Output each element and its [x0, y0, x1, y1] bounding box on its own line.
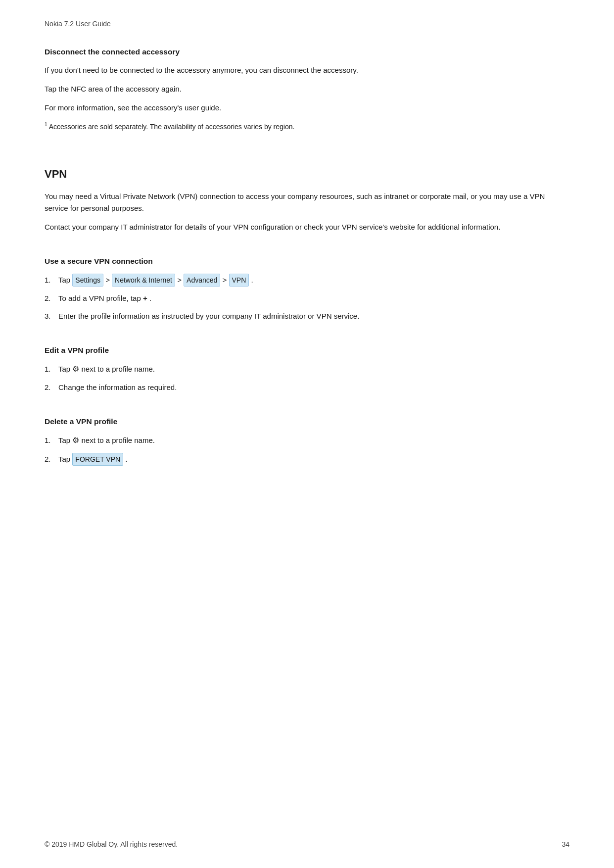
arrow-2: > — [177, 276, 184, 284]
gear-icon-1: ⚙ — [72, 365, 79, 373]
footnote-sup: 1 — [45, 122, 47, 127]
delete-step-2-suffix: . — [125, 455, 127, 463]
vpn-heading: VPN — [45, 168, 569, 181]
delete-step-1-suffix: next to a profile name. — [82, 436, 155, 444]
use-vpn-step-1: 1. Tap Settings > Network & Internet > A… — [45, 274, 569, 287]
settings-badge: Settings — [72, 274, 103, 287]
step-number-3: 3. — [45, 310, 58, 322]
delete-step-1-prefix: Tap — [58, 436, 70, 444]
delete-step-1-content: Tap ⚙ next to a profile name. — [58, 434, 569, 447]
forget-vpn-badge: FORGET VPN — [72, 453, 123, 466]
use-vpn-step-2: 2. To add a VPN profile, tap + . — [45, 292, 569, 304]
vpn-para-2: Contact your company IT administrator fo… — [45, 221, 569, 233]
delete-vpn-section: Delete a VPN profile 1. Tap ⚙ next to a … — [45, 417, 569, 466]
page-number: 34 — [562, 840, 569, 848]
step-number-1: 1. — [45, 274, 58, 286]
disconnect-heading: Disconnect the connected accessory — [45, 48, 569, 56]
edit-step-number-2: 2. — [45, 382, 58, 393]
edit-step-1-suffix: next to a profile name. — [82, 365, 155, 373]
step-2-suffix: . — [149, 294, 151, 302]
delete-step-2-content: Tap FORGET VPN . — [58, 453, 569, 466]
edit-step-number-1: 1. — [45, 363, 58, 375]
arrow-3: > — [223, 276, 229, 284]
disconnect-para-3: For more information, see the accessory'… — [45, 102, 569, 114]
delete-step-2-prefix: Tap — [58, 455, 70, 463]
step-number-2: 2. — [45, 292, 58, 304]
network-badge: Network & Internet — [112, 274, 175, 287]
footer: © 2019 HMD Global Oy. All rights reserve… — [45, 840, 569, 848]
step-2-content: To add a VPN profile, tap + . — [58, 292, 569, 304]
header-title: Nokia 7.2 User Guide — [45, 20, 569, 28]
edit-step-2-content: Change the information as required. — [58, 382, 569, 393]
vpn-para-1: You may need a Virtual Private Network (… — [45, 191, 569, 214]
vpn-badge: VPN — [229, 274, 249, 287]
edit-vpn-step-2: 2. Change the information as required. — [45, 382, 569, 393]
step-1-prefix: Tap — [58, 276, 72, 284]
delete-step-number-1: 1. — [45, 434, 58, 446]
delete-vpn-step-1: 1. Tap ⚙ next to a profile name. — [45, 434, 569, 447]
gear-icon-2: ⚙ — [72, 436, 79, 444]
step-1-content: Tap Settings > Network & Internet > Adva… — [58, 274, 569, 287]
page: Nokia 7.2 User Guide Disconnect the conn… — [0, 0, 614, 868]
arrow-1: > — [105, 276, 112, 284]
delete-vpn-step-2: 2. Tap FORGET VPN . — [45, 453, 569, 466]
step-1-suffix: . — [251, 276, 253, 284]
step-2-text: To add a VPN profile, tap — [58, 294, 141, 302]
disconnect-section: Disconnect the connected accessory If yo… — [45, 48, 569, 132]
disconnect-para-2: Tap the NFC area of the accessory again. — [45, 83, 569, 95]
edit-step-1-prefix: Tap — [58, 365, 70, 373]
delete-vpn-heading: Delete a VPN profile — [45, 417, 569, 426]
vpn-section: VPN You may need a Virtual Private Netwo… — [45, 168, 569, 233]
advanced-badge: Advanced — [184, 274, 220, 287]
use-vpn-heading: Use a secure VPN connection — [45, 257, 569, 266]
copyright-text: © 2019 HMD Global Oy. All rights reserve… — [45, 840, 178, 848]
use-vpn-step-3: 3. Enter the profile information as inst… — [45, 310, 569, 322]
edit-vpn-heading: Edit a VPN profile — [45, 346, 569, 355]
step-2-plus: + — [143, 294, 147, 302]
use-vpn-section: Use a secure VPN connection 1. Tap Setti… — [45, 257, 569, 322]
delete-step-number-2: 2. — [45, 453, 58, 465]
edit-vpn-step-1: 1. Tap ⚙ next to a profile name. — [45, 363, 569, 376]
edit-step-1-content: Tap ⚙ next to a profile name. — [58, 363, 569, 376]
disconnect-para-1: If you don't need to be connected to the… — [45, 64, 569, 76]
edit-vpn-section: Edit a VPN profile 1. Tap ⚙ next to a pr… — [45, 346, 569, 393]
step-3-content: Enter the profile information as instruc… — [58, 310, 569, 322]
disconnect-footnote: 1 Accessories are sold separately. The a… — [45, 121, 569, 132]
